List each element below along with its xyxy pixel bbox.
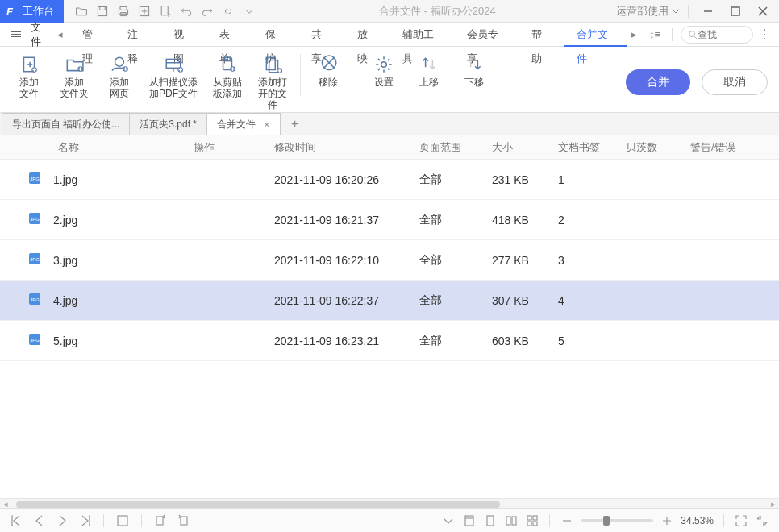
scroll-thumb[interactable] [16, 501, 500, 509]
file-menu[interactable]: 文件 [31, 20, 49, 49]
workspace-label: 工作台 [23, 4, 54, 19]
search-input[interactable] [698, 29, 743, 40]
redo-icon[interactable] [198, 2, 217, 21]
svg-text:JPG: JPG [30, 257, 40, 262]
rotate-left-icon[interactable] [153, 513, 168, 528]
cancel-button[interactable]: 取消 [702, 69, 768, 95]
ribbon-btn-4[interactable]: 从剪贴板添加 [210, 54, 245, 110]
menu-item-2[interactable]: 视图 [160, 23, 205, 47]
doctab-1[interactable]: 活页夹3.pdf * [129, 113, 207, 135]
menu-item-3[interactable]: 表单 [206, 23, 251, 47]
save-icon[interactable] [93, 2, 112, 21]
ribbon-btn-5[interactable]: 添加打开的文件 [255, 54, 290, 110]
search-box[interactable] [681, 26, 753, 44]
ribbon-btn-0[interactable]: 添加文件 [11, 54, 47, 110]
more-menu-icon[interactable]: ⋮ [758, 27, 771, 42]
two-page-icon[interactable] [504, 513, 519, 528]
ribbon-btn-9[interactable]: 下移 [456, 54, 492, 110]
svg-rect-20 [269, 60, 278, 72]
collapse-icon[interactable] [755, 513, 769, 528]
first-page-icon[interactable] [10, 513, 24, 528]
ribbon-label-8: 上移 [419, 77, 439, 88]
col-warn[interactable]: 警告/错误 [690, 140, 779, 155]
ribbon-btn-6[interactable]: 移除 [310, 54, 346, 110]
ribbon-btn-7[interactable]: 设置 [366, 54, 402, 110]
rotate-right-icon[interactable] [176, 513, 190, 528]
export-icon[interactable] [156, 2, 175, 21]
close-button[interactable] [752, 2, 774, 21]
last-page-icon[interactable] [77, 513, 92, 528]
single-page-icon[interactable] [483, 513, 498, 528]
menu-item-10[interactable]: 合并文件 [564, 23, 627, 47]
ribbon-label-0: 添加文件 [19, 77, 39, 99]
menu-next-icon[interactable]: ▸ [627, 23, 641, 47]
col-range[interactable]: 页面范围 [419, 140, 492, 155]
file-range: 全部 [419, 293, 492, 308]
menu-item-0[interactable]: 管理 [69, 23, 114, 47]
file-size: 418 KB [492, 214, 558, 227]
table-row[interactable]: JPG2.jpg2021-11-09 16:21:37全部418 KB2 [0, 200, 779, 240]
file-time: 2021-11-09 16:22:37 [274, 294, 419, 307]
prev-page-icon[interactable] [32, 513, 47, 528]
menu-item-1[interactable]: 注释 [115, 23, 159, 47]
open-folder-icon[interactable] [72, 2, 91, 21]
zoom-in-icon[interactable] [660, 513, 674, 528]
zoom-thumb[interactable] [603, 516, 610, 526]
minimize-button[interactable] [697, 2, 719, 21]
menu-item-8[interactable]: 会员专享 [454, 23, 517, 47]
menu-icon[interactable] [11, 31, 21, 37]
file-icon: JPG [27, 332, 42, 349]
ribbon-btn-2[interactable]: 添加网页 [102, 54, 137, 110]
file-name: 1.jpg [53, 173, 77, 186]
chevron-down-status-icon[interactable] [441, 513, 456, 528]
ribbon-btn-8[interactable]: 上移 [411, 54, 447, 110]
menu-prev-icon[interactable]: ◂ [54, 23, 65, 47]
ribbon-label-9: 下移 [464, 77, 484, 88]
col-size[interactable]: 大小 [492, 140, 558, 155]
col-time[interactable]: 修改时间 [274, 140, 419, 155]
color-icon[interactable] [115, 513, 130, 528]
zoom-slider[interactable] [581, 519, 653, 522]
doctab-close-icon[interactable]: × [264, 118, 270, 131]
merge-button[interactable]: 合并 [626, 69, 690, 95]
col-operation[interactable]: 操作 [194, 140, 274, 155]
file-time: 2021-11-09 16:20:26 [274, 173, 419, 186]
continuous-page-icon[interactable] [525, 513, 539, 528]
col-bookmark[interactable]: 文档书签 [558, 140, 626, 155]
menu-item-9[interactable]: 帮助 [519, 23, 563, 47]
fullscreen-icon[interactable] [734, 513, 748, 528]
menu-item-4[interactable]: 保护 [252, 23, 297, 47]
sort-icon[interactable]: ↕≡ [646, 28, 664, 40]
next-page-icon[interactable] [55, 513, 69, 528]
table-row[interactable]: JPG4.jpg2021-11-09 16:22:37全部307 KB4 [0, 281, 779, 321]
add-tab-button[interactable]: + [285, 113, 305, 135]
maximize-button[interactable] [724, 2, 747, 21]
table-row[interactable]: JPG5.jpg2021-11-09 16:23:21全部603 KB5 [0, 321, 779, 361]
workspace-badge[interactable]: F 工作台 [0, 0, 64, 23]
col-name[interactable]: 名称 [0, 140, 194, 155]
ribbon-btn-1[interactable]: 添加文件夹 [56, 54, 92, 110]
link-icon[interactable] [219, 2, 238, 21]
save-as-icon[interactable] [135, 2, 154, 21]
undo-icon[interactable] [177, 2, 196, 21]
ribbon-icon-7 [373, 54, 394, 75]
print-icon[interactable] [114, 2, 133, 21]
fit-page-icon[interactable] [462, 513, 477, 528]
svg-rect-44 [533, 522, 537, 526]
chevron-down-icon[interactable] [240, 2, 259, 21]
svg-rect-41 [527, 516, 531, 520]
menu-item-7[interactable]: 辅助工具 [390, 23, 452, 47]
ribbon-label-5: 添加打开的文件 [255, 77, 290, 110]
doctab-2[interactable]: 合并文件× [206, 113, 281, 135]
menubar: 文件 ◂ 管理注释视图表单保护共享放映辅助工具会员专享帮助合并文件 ▸ ↕≡ ⋮ [0, 23, 779, 47]
svg-rect-34 [118, 516, 127, 526]
menu-item-6[interactable]: 放映 [344, 23, 389, 47]
col-pages[interactable]: 贝茨数 [626, 140, 690, 155]
table-row[interactable]: JPG3.jpg2021-11-09 16:22:10全部277 KB3 [0, 240, 779, 281]
usage-dropdown[interactable]: 运营部使用 [616, 4, 680, 19]
zoom-out-icon[interactable] [560, 513, 574, 528]
table-row[interactable]: JPG1.jpg2021-11-09 16:20:26全部231 KB1 [0, 160, 779, 200]
doctab-0[interactable]: 导出页面自 福昕办公使... [2, 113, 130, 135]
ribbon-btn-3[interactable]: 从扫描仪添加PDF文件 [147, 54, 200, 110]
menu-item-5[interactable]: 共享 [298, 23, 343, 47]
